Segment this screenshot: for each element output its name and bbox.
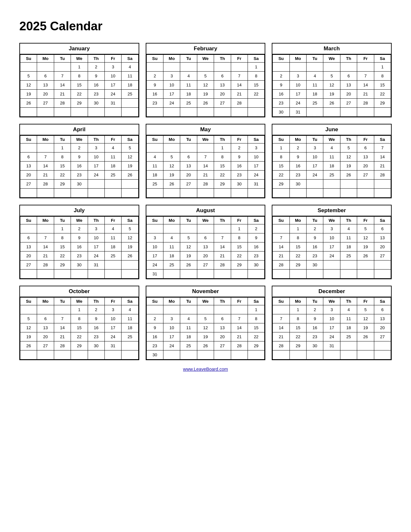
day-cell: 22 <box>248 90 264 99</box>
day-cell: 25 <box>323 171 340 180</box>
table-row: 891011121314 <box>273 153 391 162</box>
day-cell <box>231 63 248 72</box>
day-cell: 22 <box>54 251 71 261</box>
day-cell: 11 <box>340 233 357 242</box>
day-cell <box>122 108 138 117</box>
day-cell <box>104 270 121 279</box>
day-cell <box>122 189 138 198</box>
table-row: 24252627282930 <box>146 261 265 270</box>
table-row: 123456 <box>273 224 391 233</box>
day-cell <box>54 270 71 279</box>
day-cell: 23 <box>146 341 163 350</box>
day-cell: 8 <box>374 72 391 81</box>
table-row: 19202122232425 <box>20 90 139 99</box>
day-cell: 24 <box>88 251 104 261</box>
day-cell: 27 <box>214 341 231 350</box>
day-cell: 14 <box>54 81 71 90</box>
day-cell: 24 <box>88 171 104 180</box>
day-cell: 22 <box>289 332 306 341</box>
footer-link[interactable]: www.LeaveBoard.com <box>19 367 392 372</box>
month-september: SeptemberSuMoTuWeThFrSa12345678910111213… <box>272 205 392 279</box>
month-title: September <box>272 205 391 216</box>
day-header: Fr <box>104 55 121 63</box>
day-cell: 5 <box>357 224 374 233</box>
day-cell: 22 <box>71 332 88 341</box>
day-cell: 15 <box>71 81 88 90</box>
day-cell: 6 <box>180 153 197 162</box>
day-header: Tu <box>180 136 197 143</box>
day-cell: 16 <box>146 332 163 341</box>
day-cell <box>37 224 54 233</box>
table-row: 9101112131415 <box>146 81 265 90</box>
day-cell: 27 <box>20 261 37 270</box>
page-title: 2025 Calendar <box>19 19 392 33</box>
day-cell <box>374 341 391 350</box>
day-cell: 7 <box>273 314 289 323</box>
day-cell: 2 <box>146 314 163 323</box>
table-row: 14151617181920 <box>273 323 391 332</box>
day-cell <box>307 189 323 198</box>
day-cell: 25 <box>122 90 138 99</box>
day-cell <box>357 270 374 279</box>
day-cell: 24 <box>323 251 340 261</box>
day-cell: 13 <box>20 242 37 251</box>
table-row: 78910111213 <box>273 233 391 242</box>
month-table: SuMoTuWeThFrSa12345678910111213141516171… <box>272 54 391 117</box>
day-header: Sa <box>122 298 138 305</box>
day-cell <box>122 180 138 189</box>
day-cell: 29 <box>214 180 231 189</box>
day-cell: 24 <box>289 99 306 108</box>
day-cell: 8 <box>214 153 231 162</box>
day-header: We <box>323 136 340 143</box>
day-cell: 18 <box>340 323 357 332</box>
day-cell: 3 <box>88 224 104 233</box>
day-header: Su <box>273 136 289 143</box>
day-cell: 18 <box>122 323 138 332</box>
day-cell: 30 <box>307 261 323 270</box>
day-cell: 28 <box>197 180 214 189</box>
day-header: Fr <box>231 298 248 305</box>
table-row: 15161718192021 <box>273 162 391 171</box>
table-row: 30 <box>146 350 265 360</box>
table-row: 9101112131415 <box>273 81 391 90</box>
day-header: Tu <box>180 217 197 224</box>
month-october: OctoberSuMoTuWeThFrSa1234567891011121314… <box>19 286 139 360</box>
day-cell: 26 <box>163 180 180 189</box>
day-header: Fr <box>357 136 374 143</box>
table-row: 3031 <box>273 108 391 117</box>
day-cell: 19 <box>122 162 138 171</box>
month-table: SuMoTuWeThFrSa12345678910111213141516171… <box>20 297 139 360</box>
day-cell: 29 <box>71 99 88 108</box>
day-cell: 12 <box>197 81 214 90</box>
day-cell: 12 <box>20 323 37 332</box>
day-header: Mo <box>37 55 54 63</box>
day-cell: 18 <box>146 171 163 180</box>
day-cell: 26 <box>180 261 197 270</box>
day-header: Su <box>146 298 163 305</box>
day-cell: 25 <box>104 251 121 261</box>
day-header: We <box>71 136 88 143</box>
day-header: Sa <box>248 136 264 143</box>
day-header: Fr <box>231 136 248 143</box>
day-cell <box>231 350 248 360</box>
day-cell <box>340 108 357 117</box>
day-cell: 25 <box>180 99 197 108</box>
day-cell <box>180 270 197 279</box>
day-cell: 20 <box>37 332 54 341</box>
day-cell: 9 <box>273 81 289 90</box>
day-cell: 21 <box>197 171 214 180</box>
day-cell: 26 <box>197 99 214 108</box>
day-header: Tu <box>54 136 71 143</box>
day-header: Mo <box>163 298 180 305</box>
table-row: 27282930 <box>20 180 139 189</box>
day-cell: 9 <box>231 153 248 162</box>
table-row: 21222324252627 <box>273 251 391 261</box>
day-cell: 1 <box>273 143 289 153</box>
day-cell <box>214 270 231 279</box>
day-header: Tu <box>180 298 197 305</box>
day-cell <box>214 224 231 233</box>
day-cell: 31 <box>104 341 121 350</box>
day-cell: 30 <box>307 341 323 350</box>
day-cell <box>20 270 37 279</box>
day-header: Sa <box>248 217 264 224</box>
